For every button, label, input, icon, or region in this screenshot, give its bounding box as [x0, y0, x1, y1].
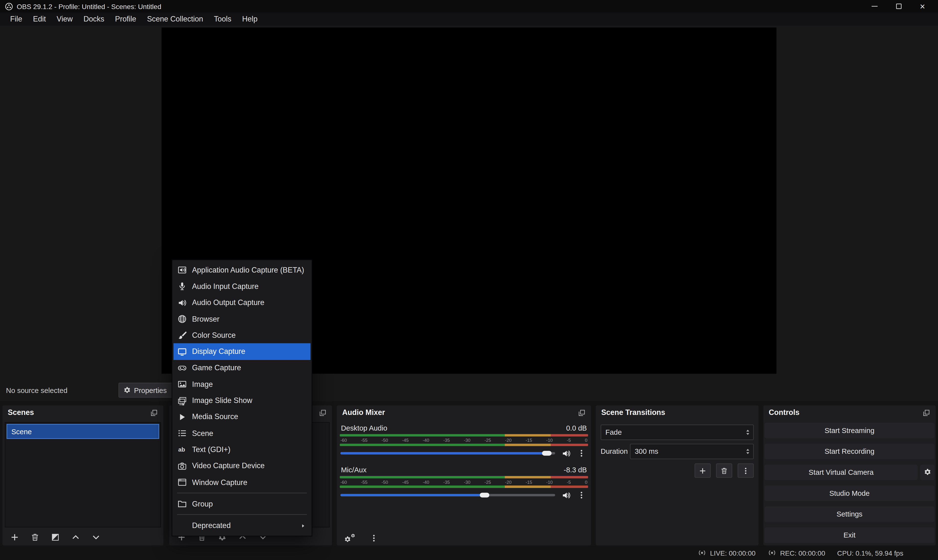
volume-slider-handle[interactable] — [542, 451, 551, 456]
dock-area: Scenes Scene — [0, 401, 938, 546]
popout-icon[interactable] — [319, 409, 327, 416]
transition-select[interactable]: Fade — [601, 425, 754, 440]
duration-value: 300 ms — [635, 447, 658, 455]
live-time: LIVE: 00:00:00 — [710, 549, 755, 556]
start-virtual-camera-button[interactable]: Start Virtual Camera — [764, 464, 918, 480]
menu-separator — [177, 493, 307, 493]
duration-spinbox[interactable]: 300 ms — [630, 444, 754, 459]
scenes-panel-header[interactable]: Scenes — [2, 405, 163, 420]
mute-speaker-icon[interactable] — [562, 449, 571, 458]
menu-docks[interactable]: Docks — [78, 13, 110, 25]
menu-item-text-gdi[interactable]: Text (GDI+) — [174, 442, 311, 458]
menu-bar: File Edit View Docks Profile Scene Colle… — [0, 12, 938, 26]
audio-mixer-header[interactable]: Audio Mixer — [337, 405, 591, 420]
scenes-list[interactable]: Scene — [5, 422, 161, 528]
menu-profile[interactable]: Profile — [110, 13, 142, 25]
spinner-arrows-icon[interactable] — [744, 447, 751, 455]
transition-menu-button[interactable] — [738, 463, 754, 478]
volume-slider[interactable] — [340, 494, 555, 496]
menu-scene-collection[interactable]: Scene Collection — [142, 13, 209, 25]
popout-icon[interactable] — [150, 409, 158, 416]
channel-menu-icon[interactable] — [578, 491, 586, 499]
close-icon: × — [920, 2, 925, 11]
mixer-menu-icon[interactable] — [370, 534, 378, 542]
transition-toolbar — [601, 463, 754, 478]
studio-mode-button[interactable]: Studio Mode — [764, 485, 934, 501]
add-scene-button[interactable] — [10, 532, 19, 542]
popout-icon[interactable] — [923, 409, 930, 416]
mixer-footer — [344, 533, 378, 543]
image-icon — [178, 380, 187, 389]
maximize-button[interactable] — [887, 0, 911, 12]
camera-icon — [178, 462, 187, 470]
scene-list-item[interactable]: Scene — [6, 424, 159, 439]
menu-item-game-capture[interactable]: Game Capture — [174, 360, 311, 376]
channel-level-value: -8.3 dB — [564, 466, 587, 474]
exit-button[interactable]: Exit — [764, 527, 934, 543]
source-status-text: No source selected — [6, 386, 68, 395]
channel-level-value: 0.0 dB — [566, 424, 587, 432]
play-icon — [178, 412, 187, 422]
popout-icon[interactable] — [578, 409, 586, 416]
title-bar[interactable]: OBS 29.1.2 - Profile: Untitled - Scenes:… — [0, 0, 938, 12]
maximize-icon — [896, 4, 901, 9]
scenes-panel: Scenes Scene — [2, 405, 163, 545]
scene-transitions-title: Scene Transitions — [601, 408, 665, 417]
menu-view[interactable]: View — [51, 13, 78, 25]
advanced-audio-properties-icon[interactable] — [344, 533, 356, 543]
scene-filters-button[interactable] — [51, 532, 60, 542]
remove-transition-button[interactable] — [716, 463, 732, 478]
volume-slider-fill — [340, 452, 547, 454]
menu-item-audio-input-capture[interactable]: Audio Input Capture — [174, 278, 311, 295]
channel-name: Mic/Aux — [341, 466, 367, 474]
move-scene-up-button[interactable] — [71, 532, 80, 542]
menu-item-scene[interactable]: Scene — [174, 425, 311, 442]
mute-speaker-icon[interactable] — [562, 491, 571, 500]
close-button[interactable]: × — [910, 0, 934, 12]
controls-panel-header[interactable]: Controls — [763, 405, 936, 420]
properties-button[interactable]: Properties — [119, 383, 174, 398]
menu-item-display-capture[interactable]: Display Capture — [174, 344, 311, 360]
scene-transitions-panel: Scene Transitions Fade Duration 300 ms — [596, 405, 759, 545]
volume-slider-handle[interactable] — [479, 492, 489, 497]
menu-item-image[interactable]: Image — [174, 376, 311, 392]
menu-edit[interactable]: Edit — [28, 13, 51, 25]
menu-item-application-audio-capture[interactable]: Application Audio Capture (BETA) — [174, 262, 311, 278]
empty-icon-slot — [178, 521, 187, 530]
minimize-button[interactable] — [863, 0, 887, 12]
channel-menu-icon[interactable] — [578, 449, 586, 457]
settings-button[interactable]: Settings — [764, 506, 934, 522]
menu-item-video-capture-device[interactable]: Video Capture Device — [174, 458, 311, 474]
menu-item-deprecated[interactable]: Deprecated — [174, 517, 311, 534]
menu-item-browser[interactable]: Browser — [174, 311, 311, 327]
virtual-camera-config-button[interactable] — [920, 464, 935, 480]
controls-panel-title: Controls — [769, 408, 799, 417]
start-recording-button[interactable]: Start Recording — [764, 443, 934, 459]
add-transition-button[interactable] — [695, 463, 711, 478]
remove-scene-button[interactable] — [31, 532, 40, 542]
meter-bar-left — [340, 476, 588, 478]
submenu-arrow-icon — [300, 522, 306, 529]
menu-item-image-slide-show[interactable]: Image Slide Show — [174, 392, 311, 409]
menu-item-color-source[interactable]: Color Source — [174, 327, 311, 344]
recording-status-icon — [767, 549, 776, 558]
start-streaming-button[interactable]: Start Streaming — [764, 423, 934, 438]
status-bar: LIVE: 00:00:00 REC: 00:00:00 CPU: 0.1%, … — [0, 546, 938, 560]
menu-help[interactable]: Help — [237, 13, 263, 25]
live-status: LIVE: 00:00:00 — [698, 549, 756, 558]
move-scene-down-button[interactable] — [92, 532, 101, 542]
menu-item-audio-output-capture[interactable]: Audio Output Capture — [174, 295, 311, 311]
meter-bar-right — [340, 444, 588, 446]
scene-transitions-header[interactable]: Scene Transitions — [596, 405, 759, 420]
cpu-status: CPU: 0.1%, 59.94 fps — [837, 549, 903, 556]
select-arrows-icon[interactable] — [744, 428, 751, 437]
meter-bar-left — [340, 434, 588, 437]
audio-mixer-title: Audio Mixer — [342, 408, 385, 417]
menu-tools[interactable]: Tools — [208, 13, 237, 25]
menu-file[interactable]: File — [5, 13, 28, 25]
menu-item-group[interactable]: Group — [174, 496, 311, 512]
menu-item-window-capture[interactable]: Window Capture — [174, 474, 311, 491]
menu-item-media-source[interactable]: Media Source — [174, 409, 311, 425]
volume-slider[interactable] — [340, 452, 555, 454]
cpu-fps-text: CPU: 0.1%, 59.94 fps — [837, 549, 903, 556]
